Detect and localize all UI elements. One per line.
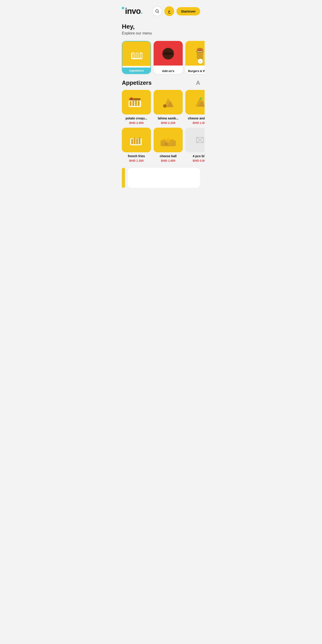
cheese-ball-icon	[159, 132, 177, 148]
product-img-2	[185, 90, 204, 114]
category-scroll: Appetizers Add on's	[118, 41, 204, 80]
category-card-addons[interactable]: Add on's	[154, 41, 183, 74]
svg-point-28	[130, 97, 133, 100]
svg-rect-6	[138, 52, 140, 58]
category-img-appetizers	[122, 41, 151, 66]
product-price-6: BHD 1.800	[154, 159, 183, 162]
search-icon	[155, 9, 160, 14]
product-name-7: 4 pcs bite	[185, 154, 204, 158]
bottom-white-card	[128, 168, 200, 188]
product-price-0: BHD 2.000	[122, 121, 151, 124]
category-label-burgers: Burgers & Wraps	[185, 68, 204, 74]
product-img-7	[185, 128, 204, 152]
svg-rect-26	[135, 100, 137, 106]
scroll-right-arrow[interactable]: ›	[198, 59, 203, 64]
language-label: ع	[168, 9, 170, 14]
svg-rect-24	[130, 101, 132, 106]
category-label-appetizers: Appetizers	[122, 68, 150, 74]
product-name-2: cheese and ial...	[185, 116, 204, 120]
product-name-5: french fries	[122, 154, 151, 158]
product-img-5	[122, 128, 151, 152]
bottom-partial-section	[118, 162, 204, 188]
appetizers-icon	[128, 45, 146, 62]
logo-container: invo.	[122, 7, 143, 16]
product-food-img-2	[185, 90, 204, 114]
logo-text: invo.	[125, 7, 143, 15]
hero-section: Hey, Explore our menu	[118, 20, 204, 41]
svg-point-10	[163, 52, 173, 55]
french-fries-icon	[128, 132, 145, 148]
svg-rect-51	[136, 138, 138, 144]
product-card-7[interactable]: 4 pcs bite BHD 0.900	[185, 128, 204, 162]
bottom-yellow-accent	[122, 168, 125, 188]
category-section: Appetizers Add on's	[118, 41, 204, 80]
header-actions: ع Startover	[152, 6, 200, 16]
product-price-7: BHD 0.900	[185, 159, 204, 162]
svg-rect-3	[132, 53, 134, 58]
svg-rect-49	[131, 139, 133, 144]
no-image-icon-7	[196, 136, 204, 144]
category-card-appetizers[interactable]: Appetizers	[122, 41, 151, 74]
svg-point-34	[200, 98, 202, 100]
language-button[interactable]: ع	[164, 6, 174, 16]
products-grid-row2: french fries BHD 1.300	[122, 128, 204, 162]
svg-rect-27	[138, 101, 140, 106]
product-img-0	[122, 90, 151, 114]
product-img-1	[154, 90, 183, 114]
addons-icon	[159, 44, 177, 62]
subtitle-text: Explore our menu	[122, 31, 200, 36]
category-img-addons	[154, 41, 183, 66]
product-price-1: BHD 2.200	[154, 121, 183, 124]
svg-rect-52	[139, 137, 140, 144]
product-card-0[interactable]: potato croqu... BHD 2.000	[122, 90, 151, 124]
product-food-img-5	[122, 128, 151, 152]
no-image-placeholder-7	[185, 128, 204, 152]
svg-rect-50	[134, 138, 136, 144]
product-name-6: cheese ball	[154, 154, 183, 158]
section-title-right: A	[196, 80, 200, 86]
product-price-5: BHD 1.300	[122, 159, 151, 162]
products-grid-row1: potato croqu... BHD 2.000 lahma samb... …	[122, 90, 204, 124]
croquette-icon	[128, 94, 145, 110]
svg-rect-4	[134, 52, 136, 58]
startover-label: Startover	[181, 10, 196, 13]
svg-point-15	[197, 50, 202, 51]
products-row-1: potato croqu... BHD 2.000 lahma samb... …	[118, 90, 204, 124]
product-food-img-0	[122, 90, 151, 114]
product-img-6	[154, 128, 183, 152]
product-card-6[interactable]: cheese ball BHD 1.800	[154, 128, 183, 162]
svg-rect-5	[136, 53, 138, 58]
product-food-img-1	[154, 90, 183, 114]
products-row-2: french fries BHD 1.300	[118, 124, 204, 162]
greeting-text: Hey,	[122, 23, 200, 30]
svg-point-57	[164, 142, 168, 146]
svg-rect-25	[132, 100, 134, 106]
category-label-addons: Add on's	[154, 68, 183, 74]
category-card-burgers[interactable]: Burgers & Wraps	[185, 41, 204, 74]
svg-rect-7	[140, 54, 142, 58]
product-card-2[interactable]: cheese and ial... BHD 1.600	[185, 90, 204, 124]
product-card-5[interactable]: french fries BHD 1.300	[122, 128, 151, 162]
logo-accent-dot	[122, 7, 124, 9]
svg-point-58	[168, 142, 172, 146]
burgers-icon	[191, 44, 204, 62]
sambosa-icon	[159, 94, 177, 110]
svg-point-31	[163, 104, 166, 108]
startover-button[interactable]: Startover	[176, 7, 200, 16]
product-name-1: lahma samb...	[154, 116, 183, 120]
product-food-img-6	[154, 128, 183, 152]
svg-line-1	[158, 12, 159, 13]
section-title: Appetizers	[122, 80, 152, 86]
product-price-2: BHD 1.600	[185, 121, 204, 124]
product-name-0: potato croqu...	[122, 116, 151, 120]
section-header: Appetizers A	[118, 80, 204, 90]
header: invo. ع Startover	[118, 0, 204, 20]
product-card-1[interactable]: lahma samb... BHD 2.200	[154, 90, 183, 124]
cheese-jalapeno-icon	[191, 94, 204, 110]
search-button[interactable]	[152, 6, 162, 16]
